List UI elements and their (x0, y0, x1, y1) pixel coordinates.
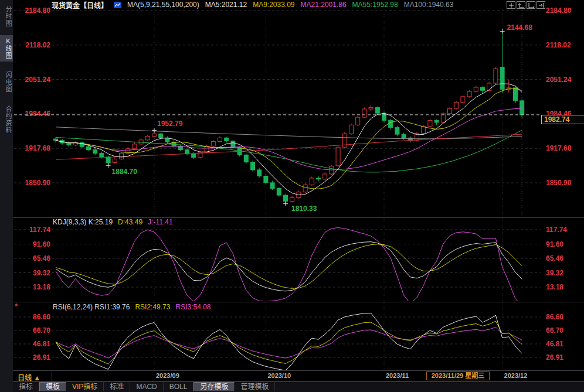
extreme-price-label: 1810.33 (291, 204, 317, 213)
axis-label-left: 1850.90 (25, 179, 51, 187)
last-price-tag: 1982.74 (541, 115, 584, 124)
shift-right-icon[interactable] (537, 1, 545, 9)
rsi3-label: RSI3:54.08 (175, 303, 210, 311)
axis-label-right: 117.74 (546, 226, 567, 234)
sidebar-item-0[interactable]: 分时图 (0, 4, 13, 29)
ma-line-MA200 (56, 134, 522, 159)
axis-label-right: 86.60 (546, 313, 563, 321)
month-label: 2023/11 (386, 372, 409, 379)
extreme-price-label: 1884.70 (112, 168, 138, 176)
axis-label-left: 13.18 (33, 283, 50, 291)
axis-label-left: 1984.46 (25, 110, 51, 118)
axis-label-right: 1917.68 (546, 144, 572, 152)
axis-label-left: 91.60 (33, 240, 50, 248)
ma-value-3: MA55:1952.98 (352, 1, 398, 9)
bottom-toolbar: 指标模板VIP指标标准MACDBOLL另存模板管理模板 (13, 381, 584, 392)
toolbar-tab-1[interactable]: 模板 (39, 382, 66, 391)
sidebar-item-1[interactable]: K线图 (0, 35, 13, 62)
extreme-marker-icon (500, 29, 505, 33)
extreme-marker-icon (106, 163, 111, 168)
price-chart-canvas[interactable]: 2184.802184.802118.022118.022051.242051.… (0, 0, 584, 392)
kdj-j-line (56, 227, 522, 305)
axis-label-right: 66.70 (546, 326, 563, 335)
toolbar-tab-5[interactable]: BOLL (164, 382, 194, 391)
sidebar-item-2[interactable]: 闪电图 (0, 69, 13, 95)
month-label: 2023/09 (156, 372, 179, 379)
scale-horizontal-icon[interactable] (527, 1, 535, 9)
month-label: 2023/12 (504, 372, 528, 379)
ma-value-1: MA9:2033.09 (253, 1, 294, 9)
ma-formula-label: MA(5,9,21,55,100,200) (127, 1, 199, 9)
extreme-price-label: 2144.68 (507, 23, 533, 32)
rsi3-line (56, 327, 522, 358)
axis-label-right: 13.18 (546, 283, 563, 291)
extreme-price-label: 1952.79 (157, 120, 183, 128)
period-label: 日线 (18, 374, 32, 382)
axis-label-left: 39.32 (33, 269, 50, 277)
ma-value-4: MA100:1940.63 (404, 1, 454, 9)
axis-label-left: 1917.68 (25, 144, 51, 152)
month-label: 2023/10 (267, 372, 291, 379)
axis-label-right: 1850.90 (546, 179, 572, 187)
toolbar-tab-4[interactable]: MACD (130, 382, 163, 391)
chart-toolbar-icons (507, 1, 545, 9)
axis-label-right: 91.60 (546, 240, 563, 248)
period-arrow-icon: ▲ (33, 374, 40, 382)
sidebar-item-3[interactable]: 合约资料 (0, 103, 13, 136)
toolbar-tab-3[interactable]: 标准 (104, 382, 130, 391)
left-sidebar: 分时图K线图闪电图合约资料 (0, 0, 13, 392)
axis-label-left: 2051.24 (25, 76, 51, 84)
ma-values: MA5:2021.12MA9:2033.09MA21:2001.86MA55:1… (205, 1, 454, 9)
axis-label-right: 2051.24 (546, 76, 572, 84)
kdj-j-label: J:-11.41 (148, 218, 172, 226)
rsi-settings-icon[interactable]: * (15, 302, 18, 311)
toolbar-tab-6[interactable]: 另存模板 (193, 382, 235, 391)
kdj-d-label: D:43.49 (118, 218, 142, 226)
axis-label-left: 46.81 (33, 340, 50, 348)
axis-label-right: 2118.02 (546, 41, 571, 49)
rsi2-label: RSI2:49.73 (135, 303, 170, 311)
line-chart-icon (114, 2, 121, 8)
crosshair-date-tag: 2023/11/29 星期三 (426, 371, 490, 380)
rsi-panel-header: RSI(6,12,24) RSI1:39.76 RSI2:49.73 RSI3:… (53, 303, 211, 311)
symbol-title: 现货黄金【日线】 (52, 0, 108, 10)
extreme-marker-icon (283, 202, 288, 206)
axis-label-left: 86.60 (33, 313, 50, 321)
pan-icon[interactable] (507, 1, 515, 9)
grid-lines (13, 9, 584, 371)
toolbar-tab-2[interactable]: VIP指标 (66, 382, 104, 391)
period-separator (52, 371, 52, 381)
axis-label-right: 46.81 (546, 340, 563, 348)
price-annotations: 1952.791884.701810.332144.68 (106, 23, 533, 212)
period-selector[interactable]: 日线 ▲ (18, 372, 40, 382)
toolbar-tab-0[interactable]: 指标 (13, 382, 39, 391)
ma-value-0: MA5:2021.12 (205, 1, 247, 9)
extreme-marker-icon (152, 128, 157, 132)
kdj-main-label: KDJ(9,3,3) K:25.19 (53, 218, 113, 226)
axis-label-right: 65.46 (546, 254, 563, 263)
trading-terminal: 2184.802184.802118.022118.022051.242051.… (0, 0, 584, 392)
axis-label-left: 2118.02 (25, 41, 50, 49)
scale-vertical-icon[interactable] (517, 1, 525, 9)
ma-lines (56, 84, 522, 195)
chart-header: 现货黄金【日线】 MA(5,9,21,55,100,200) MA5:2021.… (52, 1, 453, 9)
kdj-lines (56, 227, 522, 370)
axis-label-right: 2184.80 (546, 6, 572, 15)
kdj-panel-header: KDJ(9,3,3) K:25.19 D:43.49 J:-11.41 (53, 218, 173, 226)
axis-label-left: 66.70 (33, 326, 50, 335)
axis-label-right: 26.91 (546, 353, 563, 362)
kdj-d-line (56, 244, 522, 289)
axis-label-left: 2184.80 (25, 6, 51, 15)
ma-line-MA21 (56, 108, 522, 170)
rsi-main-label: RSI(6,12,24) RSI1:39.76 (53, 303, 130, 311)
ma-value-2: MA21:2001.86 (301, 1, 347, 9)
axis-label-right: 39.32 (546, 269, 563, 277)
axis-label-left: 65.46 (33, 254, 50, 263)
kdj-k-line (56, 242, 522, 291)
toolbar-tab-7[interactable]: 管理模板 (235, 382, 275, 391)
axis-label-left: 117.74 (29, 226, 50, 234)
ma-line-MA100 (56, 127, 522, 139)
axis-label-left: 26.91 (33, 353, 50, 362)
